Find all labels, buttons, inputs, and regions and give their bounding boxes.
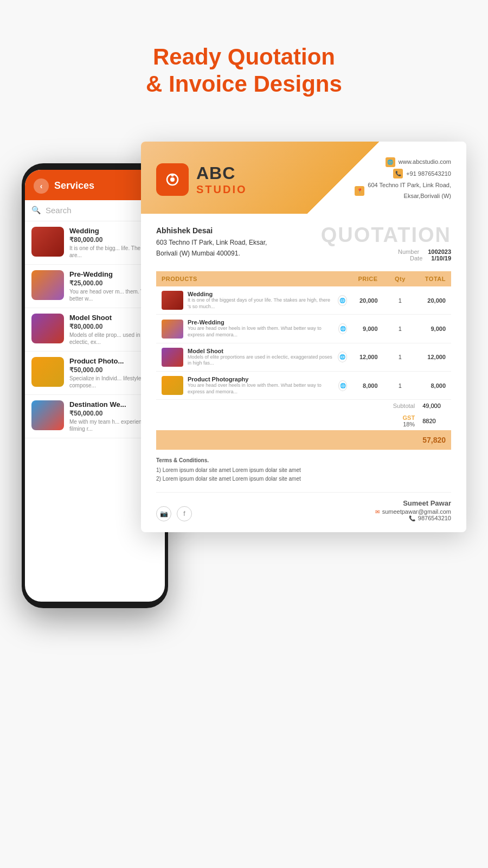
signatory-email: sumeetpawar@gmail.com [382,508,451,515]
terms-line-1: 1) Lorem ipsum dolar site amet Lorem ips… [156,466,451,475]
product-thumbnail [162,348,183,367]
number-label: Number [398,248,419,255]
service-thumbnail [31,400,64,430]
logo-area: ABC STUDIO [156,163,247,196]
product-qty: 1 [383,315,418,343]
doc-footer: 📷 f Sumeet Pawar ✉ sumeetpawar@gmail.com… [156,492,451,521]
col-total: TOTAL [417,271,451,286]
page-title: Ready Quotation & Invoice Designs [146,43,342,98]
product-price: 8,000 [352,372,383,400]
total-value: 57,820 [417,430,451,450]
terms-title: Terms & Conditions. [156,456,451,465]
contact-phone-row: 📞 +91 9876543210 [355,169,451,180]
product-thumbnail [162,291,183,310]
terms-section: Terms & Conditions. 1) Lorem ipsum dolar… [156,456,451,483]
col-qty: Qty [383,271,418,286]
globe-icon: 🌐 [338,295,347,306]
gst-value: 8820 [417,412,451,430]
quotation-document: ABC STUDIO 🌐 www.abcstudio.com 📞 +91 987… [141,142,466,533]
table-row: Model Shoot Models of elite proportions … [156,343,451,371]
service-thumbnail [31,314,64,343]
subtotal-row: Subtotal 49,000 [156,400,451,412]
product-total: 12,000 [417,343,451,371]
gst-label: GST [403,414,415,421]
product-thumbnail [162,376,183,395]
company-address: 604 Techno IT Park, Link Road, Eksar,Bor… [368,180,451,202]
date-label: Date [410,255,422,261]
company-name-studio: STUDIO [196,183,247,196]
quotation-title-area: QUOTATION Number 1002023 Date 1/10/19 [321,225,451,261]
service-thumbnail [31,227,64,257]
signatory-email-row: ✉ sumeetpawar@gmail.com [375,508,451,515]
svg-point-1 [170,177,175,182]
search-icon: 🔍 [31,206,41,215]
bill-to-section: Abhishek Desai 603 Techno IT Park, Link … [156,225,267,259]
product-info: Wedding It is one of the biggest days of… [188,291,333,310]
globe-icon: 🌐 [338,352,347,362]
website-icon: 🌐 [386,157,395,167]
total-row: 57,820 [156,430,451,450]
back-button[interactable]: ‹ [34,178,49,194]
product-info: Model Shoot Models of elite proportions … [188,348,333,367]
search-placeholder: Search [46,206,72,215]
product-cell: Pre-Wedding You are head over heels in l… [156,315,352,343]
social-links: 📷 f [156,506,192,521]
email-icon: ✉ [375,509,380,515]
number-value: 1002023 [428,248,451,255]
company-name-abc: ABC [196,163,247,183]
signatory-phone: 9876543210 [418,515,451,521]
doc-header: ABC STUDIO 🌐 www.abcstudio.com 📞 +91 987… [141,142,466,214]
signatory-section: Sumeet Pawar ✉ sumeetpawar@gmail.com 📞 9… [375,499,451,521]
date-value: 1/10/19 [431,255,451,261]
company-logo-icon [156,163,189,196]
product-info: Product Photography You are head over he… [188,376,334,395]
product-total: 9,000 [417,315,451,343]
product-cell: Wedding It is one of the biggest days of… [156,286,352,315]
company-website: www.abcstudio.com [399,157,451,168]
table-row: Wedding It is one of the biggest days of… [156,286,451,315]
instagram-icon[interactable]: 📷 [156,506,171,521]
product-qty: 1 [383,343,418,371]
svg-point-2 [171,174,174,177]
product-cell: Model Shoot Models of elite proportions … [156,343,352,371]
product-qty: 1 [383,372,418,400]
col-products: PRODUCTS [156,271,352,286]
logo-text: ABC STUDIO [196,163,247,196]
company-contact: 🌐 www.abcstudio.com 📞 +91 9876543210 📍 6… [355,157,451,203]
signatory-phone-row: 📞 9876543210 [375,515,451,521]
company-phone: +91 9876543210 [406,169,451,180]
globe-icon: 🌐 [338,323,347,334]
terms-line-2: 2) Lorem ipsum dolar site amet Lorem ips… [156,475,451,483]
doc-body: Abhishek Desai 603 Techno IT Park, Link … [141,214,466,533]
col-price: PRICE [352,271,383,286]
bill-to-city: Borivali (W) Mumbai 400091. [156,248,267,259]
quotation-big-title: QUOTATION [321,225,451,245]
service-thumbnail [31,270,64,300]
signatory-name: Sumeet Pawar [375,499,451,507]
subtotal-label: Subtotal [383,400,418,412]
service-thumbnail [31,357,64,387]
product-qty: 1 [383,286,418,315]
meta-date-row: Date 1/10/19 [321,255,451,261]
product-price: 12,000 [352,343,383,371]
facebook-icon[interactable]: f [177,506,192,521]
phone-icon: 📞 [393,169,403,178]
product-thumbnail [162,320,183,339]
product-total: 20,000 [417,286,451,315]
product-price: 20,000 [352,286,383,315]
product-price: 9,000 [352,315,383,343]
products-table: PRODUCTS PRICE Qty TOTAL Wedding It is o… [156,271,451,450]
gst-rate: 18% [403,421,415,427]
table-row: Product Photography You are head over he… [156,372,451,400]
globe-icon: 🌐 [338,380,347,391]
contact-website-row: 🌐 www.abcstudio.com [355,157,451,168]
product-cell: Product Photography You are head over he… [156,372,352,400]
contact-address-row: 📍 604 Techno IT Park, Link Road, Eksar,B… [355,180,451,202]
product-total: 8,000 [417,372,451,400]
subtotal-value: 49,000 [417,400,451,412]
screen-title: Services [54,180,94,192]
table-row: Pre-Wedding You are head over heels in l… [156,315,451,343]
product-info: Pre-Wedding You are head over heels in l… [188,319,334,338]
billing-row: Abhishek Desai 603 Techno IT Park, Link … [156,225,451,261]
bill-to-address: 603 Techno IT Park, Link Road, Eksar, [156,238,267,248]
